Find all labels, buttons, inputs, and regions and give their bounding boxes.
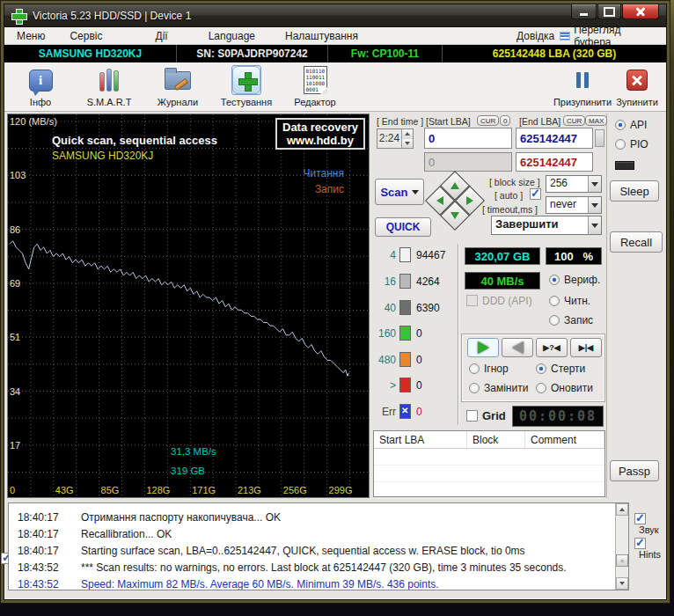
- sound-checkbox[interactable]: Звук: [634, 513, 668, 535]
- legend-row: 4800: [371, 352, 422, 367]
- defect-table[interactable]: Start LBA Block Comment: [373, 430, 605, 497]
- log-box[interactable]: 18:40:17Отримання паспорту накопичувача.…: [8, 502, 629, 590]
- svg-text:256G: 256G: [283, 485, 307, 495]
- quick-button[interactable]: QUICK: [375, 217, 431, 237]
- ignore-radio[interactable]: Ігнор: [469, 363, 509, 375]
- start-lba-zero-button[interactable]: 0: [500, 115, 510, 126]
- pause-button[interactable]: Призупинити: [553, 65, 612, 107]
- end-lba-max-button[interactable]: MAX: [585, 115, 607, 126]
- capacity-lcd: 320,07 GB: [465, 247, 540, 265]
- scroll-thumb[interactable]: ≡: [616, 554, 628, 567]
- refresh-radio[interactable]: Оновити: [536, 382, 593, 394]
- action-dropdown[interactable]: Завершити: [491, 216, 602, 235]
- scan-button[interactable]: Scan: [375, 179, 424, 205]
- auto-checkbox[interactable]: [530, 188, 541, 200]
- stop-button[interactable]: Зупинити: [612, 65, 663, 107]
- back-icon: [512, 341, 524, 354]
- menu-item-settings[interactable]: Налаштування: [280, 28, 363, 44]
- menu-item-service[interactable]: Сервіс: [64, 28, 107, 44]
- menu-item-language[interactable]: Language: [203, 28, 260, 44]
- legend-swatch: [399, 404, 411, 419]
- editor-label: Редактор: [294, 97, 335, 107]
- end-lba-cur-button[interactable]: CUR: [563, 115, 585, 126]
- testing-button[interactable]: Тестування: [217, 65, 275, 107]
- passp-button[interactable]: Passp: [610, 460, 659, 481]
- erase-radio[interactable]: Стерти: [536, 363, 585, 375]
- grid-checkbox[interactable]: Grid: [466, 409, 506, 422]
- scroll-up-button[interactable]: [616, 503, 628, 516]
- menu-item-menu[interactable]: Меню: [11, 28, 50, 44]
- log-section: 18:40:17Отримання паспорту накопичувача.…: [4, 501, 666, 594]
- journals-label: Журнали: [158, 97, 198, 107]
- log-scrollbar[interactable]: ≡: [615, 503, 628, 590]
- end-lba-shadow-input[interactable]: [516, 152, 593, 172]
- right-arrow-icon: [466, 196, 473, 205]
- svg-text:17: 17: [10, 440, 20, 451]
- info-icon: i: [29, 70, 53, 92]
- log-line: 18:43:52*** Scan results: no warnings, n…: [9, 559, 628, 576]
- smart-icon: [99, 69, 119, 92]
- to-end-button[interactable]: ▶|◀: [570, 338, 602, 357]
- mode-verify-radio[interactable]: Вериф.: [549, 274, 600, 286]
- hints-checkbox[interactable]: Hints: [634, 538, 668, 560]
- recall-button[interactable]: Recall: [610, 231, 663, 253]
- end-time-down-button[interactable]: [402, 139, 413, 149]
- app-window: Victoria 5.23 HDD/SSD | Device 1 Меню Се…: [4, 4, 667, 600]
- info-button[interactable]: i Інфо: [11, 65, 70, 107]
- block-size-dropdown[interactable]: 256: [546, 175, 602, 193]
- smart-label: S.M.A.R.T: [87, 97, 132, 107]
- journals-button[interactable]: Журнали: [149, 65, 207, 107]
- table-row: [374, 466, 604, 482]
- play-button[interactable]: [467, 338, 499, 357]
- menu-item-actions[interactable]: Дії: [150, 28, 173, 44]
- svg-text:128G: 128G: [146, 485, 170, 495]
- defect-table-header: Start LBA Block Comment: [374, 431, 604, 449]
- skip-question-button[interactable]: ▶?◀: [536, 338, 568, 357]
- green-cross-icon: [232, 66, 260, 94]
- legend-row: 1600: [371, 326, 422, 341]
- legend-swatch: [399, 300, 411, 315]
- legend-swatch: [399, 247, 411, 262]
- start-lba-cur-button[interactable]: CUR: [477, 115, 499, 126]
- svg-text:213G: 213G: [238, 485, 261, 495]
- testing-label: Тестування: [221, 97, 272, 107]
- pio-radio[interactable]: PIO: [615, 138, 648, 150]
- back-button[interactable]: [502, 338, 533, 357]
- minimize-button[interactable]: [571, 4, 597, 19]
- menu-item-help[interactable]: Довідка: [511, 28, 560, 44]
- cursor-speed-annotation: 31,3 MB/s: [171, 446, 216, 457]
- start-lba-input[interactable]: [424, 128, 512, 149]
- drive-serial: SN: S0PAJDRP907242: [177, 45, 328, 62]
- mode-read-radio[interactable]: Читн.: [549, 295, 590, 307]
- log-line: 18:40:17Recallibration... OK: [9, 525, 628, 542]
- end-time-value[interactable]: 2:24: [377, 129, 401, 148]
- timeout-dropdown[interactable]: never: [546, 196, 602, 214]
- drive-model: SAMSUNG HD320KJ: [4, 45, 177, 62]
- end-time-spinner: 2:24: [377, 128, 414, 149]
- stop-x-icon: [626, 70, 648, 91]
- mode-write-radio[interactable]: Запис: [549, 314, 593, 326]
- start-lba-shadow-input[interactable]: [424, 152, 512, 172]
- api-radio[interactable]: API: [615, 119, 647, 131]
- buffer-list-icon: [560, 32, 570, 40]
- seek-pad: [428, 173, 484, 230]
- end-lba-aux-button[interactable]: [595, 129, 604, 147]
- table-row: [374, 449, 604, 466]
- info-label: Інфо: [30, 97, 51, 107]
- log-line: 18:40:17Starting surface scan, LBA=0..62…: [9, 542, 628, 559]
- graph-subtitle: SAMSUNG HD320KJ: [52, 150, 153, 162]
- ddd-checkbox[interactable]: DDD (API): [466, 295, 532, 307]
- smart-button[interactable]: S.M.A.R.T: [80, 65, 138, 107]
- remap-radio[interactable]: Замінити: [469, 382, 528, 394]
- end-lba-input[interactable]: [516, 128, 593, 149]
- legend-row: 494467: [371, 247, 445, 262]
- legend-swatch: [399, 274, 411, 289]
- close-button[interactable]: [622, 4, 659, 19]
- legend-swatch: [399, 352, 411, 367]
- sleep-button[interactable]: Sleep: [610, 180, 659, 202]
- scroll-down-button[interactable]: [616, 577, 628, 590]
- maximize-button[interactable]: [597, 4, 621, 19]
- editor-button[interactable]: 010110 110011 101000 0001 Редактор: [286, 65, 344, 107]
- end-time-up-button[interactable]: [402, 129, 413, 139]
- dropdown-arrow-icon: [588, 216, 601, 234]
